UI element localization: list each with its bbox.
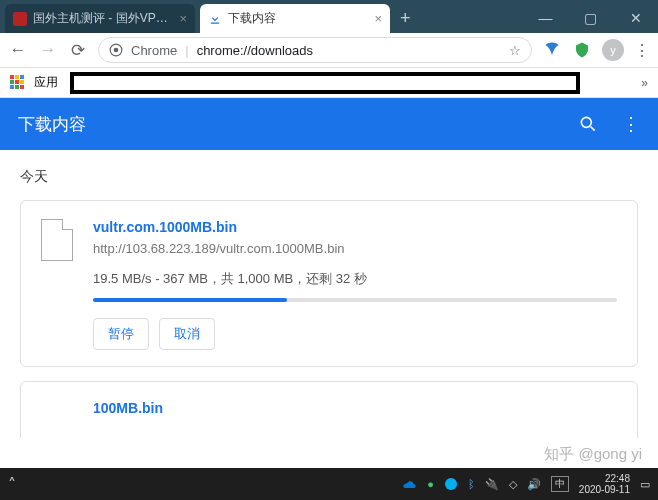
tray-chevron-icon[interactable]: ˄ bbox=[8, 475, 16, 494]
svg-point-1 bbox=[114, 48, 119, 53]
watermark: 知乎 @gong yi bbox=[544, 445, 642, 464]
section-today: 今天 bbox=[20, 168, 638, 186]
omnibox-url: chrome://downloads bbox=[197, 43, 313, 58]
taskbar: ˄ ● ᛒ 🔌 ◇ 🔊 中 22:48 2020-09-11 ▭ bbox=[0, 468, 658, 500]
download-item: vultr.com.1000MB.bin http://103.68.223.1… bbox=[20, 200, 638, 367]
apps-icon[interactable] bbox=[10, 75, 26, 91]
titlebar: 国外主机测评 - 国外VPS，国外… × 下载内容 × + — ▢ ✕ bbox=[0, 0, 658, 33]
forward-button[interactable]: → bbox=[38, 40, 58, 60]
menu-icon[interactable]: ⋮ bbox=[634, 41, 650, 60]
back-button[interactable]: ← bbox=[8, 40, 28, 60]
page-title: 下载内容 bbox=[18, 113, 86, 136]
downloads-content: 今天 vultr.com.1000MB.bin http://103.68.22… bbox=[0, 150, 658, 438]
download-item: 100MB.bin bbox=[20, 381, 638, 438]
browser-tab-1[interactable]: 国外主机测评 - 国外VPS，国外… × bbox=[5, 4, 195, 33]
taskbar-clock[interactable]: 22:48 2020-09-11 bbox=[579, 473, 630, 495]
extension-icon-1[interactable] bbox=[542, 40, 562, 60]
close-icon[interactable]: × bbox=[374, 11, 382, 26]
svg-line-3 bbox=[591, 127, 595, 131]
download-status: 19.5 MB/s - 367 MB，共 1,000 MB，还剩 32 秒 bbox=[93, 270, 617, 288]
skype-icon[interactable] bbox=[444, 477, 458, 491]
download-url: http://103.68.223.189/vultr.com.1000MB.b… bbox=[93, 241, 617, 256]
power-icon[interactable]: 🔌 bbox=[485, 478, 499, 491]
bookmarks-bar: 应用 » bbox=[0, 68, 658, 98]
download-progress bbox=[93, 298, 617, 302]
download-filename[interactable]: 100MB.bin bbox=[93, 400, 617, 416]
svg-point-4 bbox=[445, 478, 457, 490]
onedrive-icon[interactable] bbox=[401, 476, 417, 492]
redacted-bookmark-area bbox=[70, 72, 580, 94]
search-icon[interactable] bbox=[578, 114, 598, 134]
new-tab-button[interactable]: + bbox=[390, 4, 421, 33]
extension-icon-2[interactable] bbox=[572, 40, 592, 60]
pause-button[interactable]: 暂停 bbox=[93, 318, 149, 350]
avatar[interactable]: y bbox=[602, 39, 624, 61]
ime-icon[interactable]: 中 bbox=[551, 476, 569, 492]
close-icon[interactable]: × bbox=[179, 11, 187, 26]
progress-bar bbox=[93, 298, 287, 302]
browser-tab-2[interactable]: 下载内容 × bbox=[200, 4, 390, 33]
star-icon[interactable]: ☆ bbox=[509, 43, 521, 58]
window-controls: — ▢ ✕ bbox=[523, 3, 658, 33]
notifications-icon[interactable]: ▭ bbox=[640, 478, 650, 491]
minimize-button[interactable]: — bbox=[523, 3, 568, 33]
wifi-icon[interactable]: ◇ bbox=[509, 478, 517, 491]
address-bar[interactable]: Chrome | chrome://downloads ☆ bbox=[98, 37, 532, 63]
more-icon[interactable]: ⋮ bbox=[622, 113, 640, 135]
reload-button[interactable]: ⟳ bbox=[68, 40, 88, 61]
tab-favicon bbox=[13, 12, 27, 26]
close-window-button[interactable]: ✕ bbox=[613, 3, 658, 33]
svg-point-2 bbox=[581, 117, 591, 127]
download-filename[interactable]: vultr.com.1000MB.bin bbox=[93, 219, 617, 235]
bluetooth-icon[interactable]: ᛒ bbox=[468, 478, 475, 490]
toolbar: ← → ⟳ Chrome | chrome://downloads ☆ y ⋮ bbox=[0, 33, 658, 68]
tab-label: 国外主机测评 - 国外VPS，国外… bbox=[33, 10, 173, 27]
apps-label[interactable]: 应用 bbox=[34, 74, 58, 91]
battery-icon[interactable]: ● bbox=[427, 478, 434, 490]
bookmarks-overflow-icon[interactable]: » bbox=[641, 76, 648, 90]
omnibox-chrome-label: Chrome bbox=[131, 43, 177, 58]
tab-label: 下载内容 bbox=[228, 10, 368, 27]
cancel-button[interactable]: 取消 bbox=[159, 318, 215, 350]
maximize-button[interactable]: ▢ bbox=[568, 3, 613, 33]
file-icon bbox=[41, 219, 73, 261]
volume-icon[interactable]: 🔊 bbox=[527, 478, 541, 491]
downloads-header: 下载内容 ⋮ bbox=[0, 98, 658, 150]
download-icon bbox=[208, 12, 222, 26]
chrome-icon bbox=[109, 43, 123, 57]
